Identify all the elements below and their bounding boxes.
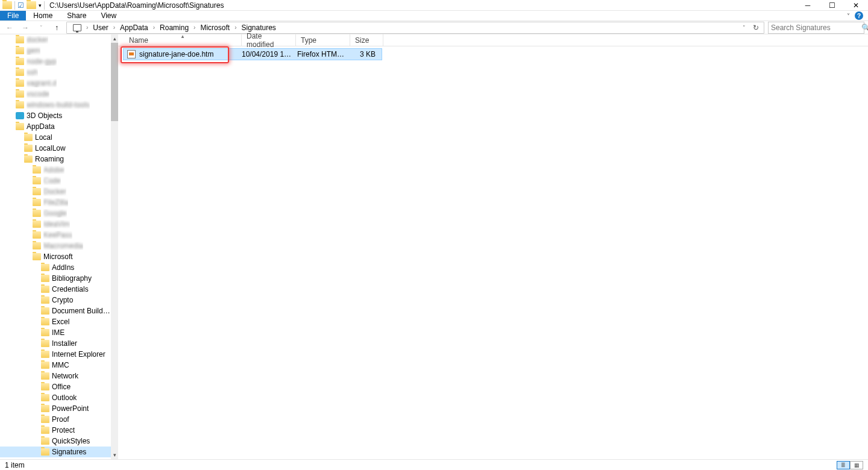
tree-appdata[interactable]: AppData	[0, 121, 111, 132]
window-controls: ─ ☐ ✕	[796, 0, 868, 11]
tree-addins[interactable]: AddIns	[0, 262, 111, 273]
breadcrumb[interactable]: › User › AppData › Roaming › Microsoft ›…	[66, 22, 764, 34]
new-folder-icon[interactable]	[27, 1, 36, 9]
tree-item[interactable]: docker	[0, 34, 111, 45]
tree-internet-explorer[interactable]: Internet Explorer	[0, 349, 111, 360]
search-box[interactable]: 🔍	[768, 22, 864, 34]
file-row[interactable]: signature-jane-doe.htm 10/04/2019 11:33 …	[123, 48, 382, 60]
tree-signatures[interactable]: Signatures	[0, 446, 111, 457]
tree-item-label: Google	[43, 209, 67, 218]
file-rows: signature-jane-doe.htm 10/04/2019 11:33 …	[118, 46, 868, 60]
folder-icon	[24, 155, 33, 163]
tree-document-building-blocks[interactable]: Document Building Blocks	[0, 306, 111, 316]
tree-item-label: Roaming	[35, 155, 64, 163]
nav-tree[interactable]: dockergemnode-gypsshvagrant.dvscodewindo…	[0, 34, 111, 459]
tree-item[interactable]: gem	[0, 45, 111, 56]
up-button[interactable]: ↑	[51, 22, 63, 34]
tree-outlook[interactable]: Outlook	[0, 392, 111, 403]
chevron-right-icon[interactable]: ›	[192, 24, 197, 31]
tab-view[interactable]: View	[93, 11, 124, 20]
col-size[interactable]: Size	[350, 34, 383, 46]
tree-item[interactable]: node-gyp	[0, 56, 111, 67]
tree-ime[interactable]: IME	[0, 327, 111, 338]
folder-icon	[24, 145, 33, 152]
tree-excel[interactable]: Excel	[0, 316, 111, 327]
tree-proof[interactable]: Proof	[0, 414, 111, 425]
tab-file[interactable]: File	[0, 11, 26, 20]
tree-item[interactable]: Adobe	[0, 164, 111, 175]
col-name[interactable]: Name ▲	[124, 34, 242, 46]
breadcrumb-root-icon[interactable]	[69, 22, 85, 33]
thumbnails-view-button[interactable]: ▦	[850, 461, 863, 469]
tree-installer[interactable]: Installer	[0, 338, 111, 349]
tree-item[interactable]: ssh	[0, 67, 111, 78]
chevron-right-icon[interactable]: ›	[85, 24, 89, 31]
chevron-right-icon[interactable]: ›	[112, 24, 116, 31]
tree-item[interactable]: IdeaVim	[0, 219, 111, 230]
recent-locations-dropdown[interactable]: ˅	[35, 22, 47, 34]
tree-item[interactable]: Docker	[0, 186, 111, 197]
crumb-user[interactable]: User	[89, 22, 112, 33]
tree-roaming[interactable]: Roaming	[0, 154, 111, 164]
tree-network[interactable]: Network	[0, 371, 111, 381]
objects-3d-icon	[16, 112, 24, 119]
tree-bibliography[interactable]: Bibliography	[0, 273, 111, 284]
tree-local[interactable]: Local	[0, 132, 111, 143]
tree-microsoft[interactable]: Microsoft	[0, 251, 111, 262]
forward-button[interactable]: →	[19, 22, 31, 34]
scroll-up-arrow[interactable]: ▴	[111, 34, 118, 43]
tree-item[interactable]: Macromedia	[0, 240, 111, 251]
crumb-microsoft[interactable]: Microsoft	[197, 22, 233, 33]
tree-item-label: Macromedia	[43, 242, 83, 250]
address-bar-row: ← → ˅ ↑ › User › AppData › Roaming › Mic…	[0, 21, 868, 34]
tab-share[interactable]: Share	[60, 11, 93, 20]
tree-item-label: Microsoft	[43, 252, 73, 261]
close-button[interactable]: ✕	[844, 0, 868, 11]
ribbon-expand-icon[interactable]: ˅	[847, 13, 850, 19]
sort-asc-icon: ▲	[180, 34, 185, 39]
minimize-button[interactable]: ─	[796, 0, 820, 11]
tree-item[interactable]: Google	[0, 208, 111, 219]
chevron-right-icon[interactable]: ›	[152, 24, 156, 31]
nav-tree-wrap: dockergemnode-gypsshvagrant.dvscodewindo…	[0, 34, 118, 459]
tree-scrollbar[interactable]: ▴ ▾	[111, 34, 118, 459]
tree-item[interactable]: Code	[0, 175, 111, 186]
tree-3d-objects[interactable]: 3D Objects	[0, 110, 111, 121]
tree-item[interactable]: FileZilla	[0, 197, 111, 208]
qat-dropdown-icon[interactable]: ▾	[39, 2, 42, 8]
tree-item-label: Signatures	[52, 448, 86, 456]
properties-icon[interactable]: ☑	[17, 1, 24, 10]
tree-locallow[interactable]: LocalLow	[0, 143, 111, 154]
refresh-icon[interactable]: ↻	[750, 24, 761, 32]
folder-icon	[16, 101, 24, 108]
tree-office[interactable]: Office	[0, 381, 111, 392]
tree-mmc[interactable]: MMC	[0, 360, 111, 371]
crumb-appdata[interactable]: AppData	[116, 22, 152, 33]
col-date[interactable]: Date modified	[242, 34, 296, 46]
tree-item[interactable]: vscode	[0, 89, 111, 99]
scroll-down-arrow[interactable]: ▾	[111, 451, 118, 459]
search-icon[interactable]: 🔍	[861, 24, 868, 32]
tab-home[interactable]: Home	[26, 11, 60, 20]
maximize-button[interactable]: ☐	[820, 0, 844, 11]
tree-crypto[interactable]: Crypto	[0, 295, 111, 306]
tree-item-label: Excel	[52, 318, 69, 326]
scroll-thumb[interactable]	[111, 43, 118, 121]
folder-icon	[33, 231, 41, 239]
search-input[interactable]	[771, 24, 861, 32]
chevron-right-icon[interactable]: ›	[233, 24, 237, 31]
tree-protect[interactable]: Protect	[0, 425, 111, 436]
help-icon[interactable]: ?	[855, 11, 863, 20]
tree-quickstyles[interactable]: QuickStyles	[0, 436, 111, 446]
app-icon[interactable]	[2, 1, 12, 9]
details-view-button[interactable]: ≣	[837, 461, 850, 469]
tree-credentials[interactable]: Credentials	[0, 284, 111, 295]
address-history-dropdown[interactable]: ˅	[740, 24, 748, 32]
tree-powerpoint[interactable]: PowerPoint	[0, 403, 111, 414]
tree-item[interactable]: windows-build-tools	[0, 99, 111, 110]
tree-item[interactable]: KeePass	[0, 230, 111, 240]
back-button[interactable]: ←	[4, 22, 16, 34]
col-type[interactable]: Type	[296, 34, 350, 46]
crumb-roaming[interactable]: Roaming	[156, 22, 192, 33]
tree-item[interactable]: vagrant.d	[0, 78, 111, 89]
